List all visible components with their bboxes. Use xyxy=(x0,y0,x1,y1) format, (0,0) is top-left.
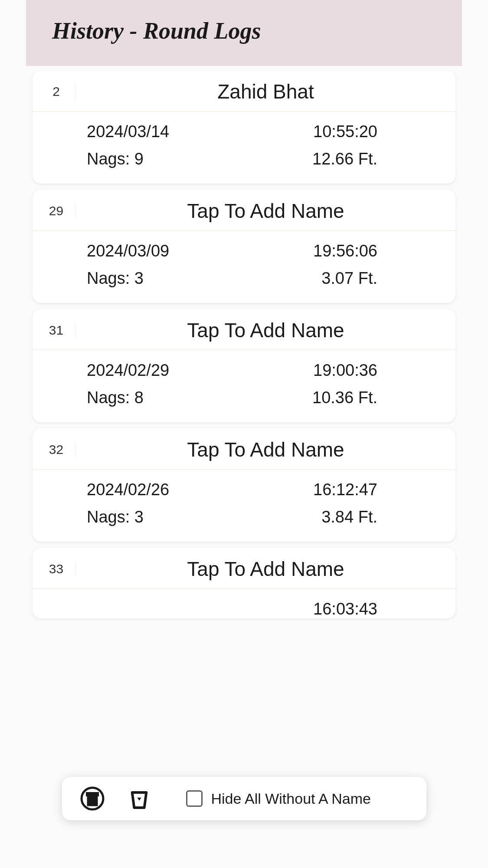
card-time: 16:12:47 xyxy=(313,480,442,499)
card-body: 2024/02/29 19:00:36 Nags: 8 10.36 Ft. xyxy=(33,350,455,422)
archive-icon xyxy=(79,786,105,812)
card-row-datetime: 2024/02/29 19:00:36 xyxy=(46,361,442,380)
hide-checkbox-label: Hide All Without A Name xyxy=(211,790,371,807)
card-header: 2 Zahid Bhat xyxy=(33,70,455,112)
card-nags: Nags: 8 xyxy=(46,388,144,407)
card-row-stats: Nags: 3 3.84 Ft. xyxy=(46,508,442,526)
svg-rect-2 xyxy=(87,793,98,796)
history-list: 2 Zahid Bhat 2024/03/14 10:55:20 Nags: 9… xyxy=(0,66,488,618)
card-header: 32 Tap To Add Name xyxy=(33,428,455,470)
card-time: 10:55:20 xyxy=(313,122,442,141)
card-name[interactable]: Tap To Add Name xyxy=(76,319,447,342)
card-nags: Nags: 3 xyxy=(46,269,144,288)
card-date: 2024/02/29 xyxy=(46,361,169,380)
card-feet: 10.36 Ft. xyxy=(312,388,442,407)
card-feet: 3.84 Ft. xyxy=(321,508,442,526)
card-number: 32 xyxy=(41,442,76,457)
history-card[interactable]: 29 Tap To Add Name 2024/03/09 19:56:06 N… xyxy=(33,190,455,303)
archive-button[interactable] xyxy=(79,786,105,812)
card-row-datetime: 2024/03/09 19:56:06 xyxy=(46,242,442,260)
history-card[interactable]: 31 Tap To Add Name 2024/02/29 19:00:36 N… xyxy=(33,309,455,422)
hide-checkbox[interactable] xyxy=(186,790,203,807)
card-number: 29 xyxy=(41,204,76,218)
card-number: 33 xyxy=(41,562,76,576)
card-row-stats: Nags: 9 12.66 Ft. xyxy=(46,150,442,168)
card-date: 2024/03/14 xyxy=(46,122,169,141)
page-header: History - Round Logs xyxy=(26,0,462,66)
card-feet: 12.66 Ft. xyxy=(312,150,442,168)
card-nags: Nags: 9 xyxy=(46,150,144,168)
card-number: 31 xyxy=(41,323,76,338)
card-date: 2024/02/26 xyxy=(46,480,169,499)
card-body: 2024/03/09 19:56:06 Nags: 3 3.07 Ft. xyxy=(33,231,455,303)
card-feet: 3.07 Ft. xyxy=(321,269,442,288)
bottom-toolbar: Hide All Without A Name xyxy=(62,777,426,820)
card-name[interactable]: Tap To Add Name xyxy=(76,438,447,461)
card-date: 2024/03/09 xyxy=(46,242,169,260)
card-date xyxy=(46,600,87,618)
delete-button[interactable] xyxy=(127,786,151,811)
card-row-stats: Nags: 3 3.07 Ft. xyxy=(46,269,442,288)
hide-checkbox-group[interactable]: Hide All Without A Name xyxy=(186,790,371,807)
history-card[interactable]: 2 Zahid Bhat 2024/03/14 10:55:20 Nags: 9… xyxy=(33,70,455,184)
card-row-stats: Nags: 8 10.36 Ft. xyxy=(46,388,442,407)
card-header: 31 Tap To Add Name xyxy=(33,309,455,350)
card-row-datetime-partial: 16:03:43 xyxy=(33,589,455,618)
card-row-datetime: 2024/02/26 16:12:47 xyxy=(46,480,442,499)
card-number: 2 xyxy=(41,84,76,99)
card-name[interactable]: Tap To Add Name xyxy=(76,199,447,223)
card-time: 19:56:06 xyxy=(313,242,442,260)
card-time: 16:03:43 xyxy=(313,600,442,618)
card-body: 2024/02/26 16:12:47 Nags: 3 3.84 Ft. xyxy=(33,470,455,542)
card-body: 2024/03/14 10:55:20 Nags: 9 12.66 Ft. xyxy=(33,112,455,184)
card-time: 19:00:36 xyxy=(313,361,442,380)
card-header: 33 Tap To Add Name xyxy=(33,548,455,589)
history-card[interactable]: 32 Tap To Add Name 2024/02/26 16:12:47 N… xyxy=(33,428,455,542)
card-header: 29 Tap To Add Name xyxy=(33,190,455,231)
page-title: History - Round Logs xyxy=(52,17,436,44)
card-row-datetime: 2024/03/14 10:55:20 xyxy=(46,122,442,141)
trash-icon xyxy=(127,786,151,811)
history-card[interactable]: 33 Tap To Add Name 16:03:43 xyxy=(33,548,455,618)
card-name[interactable]: Zahid Bhat xyxy=(76,80,447,103)
card-name[interactable]: Tap To Add Name xyxy=(76,557,447,581)
card-nags: Nags: 3 xyxy=(46,508,144,526)
